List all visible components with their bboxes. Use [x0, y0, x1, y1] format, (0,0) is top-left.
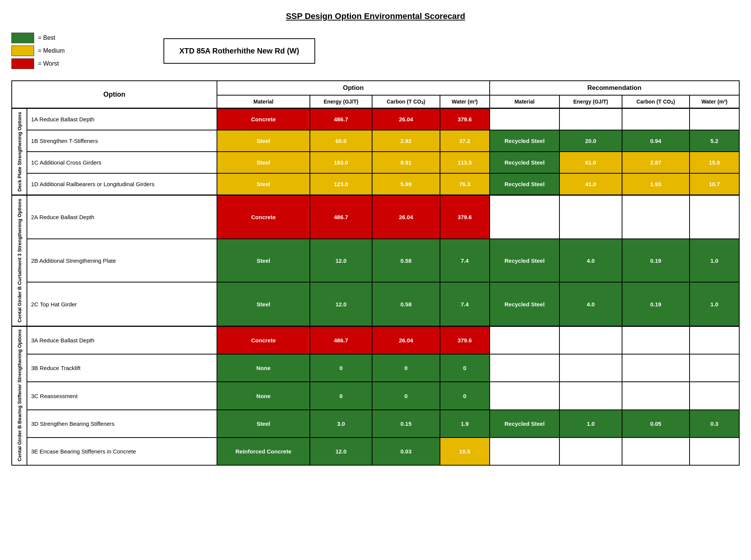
row-label: 3B Reduce Tracklift	[27, 354, 217, 382]
row-label: 2A Reduce Ballast Depth	[27, 195, 217, 239]
rec-cell-2-2-0	[490, 382, 560, 409]
rec-cell-2-4-3	[690, 438, 739, 465]
opt-cell-2-2-3: 0	[440, 382, 490, 409]
opt-cell-1-0-3: 379.6	[440, 195, 490, 239]
rec-carbon-header: Carbon (T CO₂)	[622, 95, 690, 108]
rec-cell-2-1-2	[622, 354, 690, 382]
opt-cell-1-2-1: 12.0	[310, 282, 372, 326]
rec-cell-2-1-3	[690, 354, 739, 382]
legend-worst-label: = Worst	[38, 60, 59, 67]
opt-cell-0-3-2: 5.99	[372, 173, 440, 195]
legend-best-box	[11, 33, 34, 43]
opt-cell-0-2-2: 8.91	[372, 152, 440, 173]
rec-cell-2-0-1	[559, 326, 622, 354]
legend-medium-box	[11, 45, 34, 56]
opt-cell-2-1-1: 0	[310, 354, 372, 382]
opt-cell-0-0-2: 26.04	[372, 108, 440, 130]
rec-cell-2-3-0: Recycled Steel	[490, 410, 560, 438]
opt-cell-2-3-3: 1.9	[440, 410, 490, 438]
opt-cell-2-4-3: 10.5	[440, 438, 490, 465]
opt-cell-2-1-0: None	[217, 354, 310, 382]
opt-cell-1-0-1: 486.7	[310, 195, 372, 239]
opt-cell-0-2-3: 113.5	[440, 152, 490, 173]
opt-cell-2-3-2: 0.15	[372, 410, 440, 438]
opt-cell-1-2-2: 0.58	[372, 282, 440, 326]
rec-cell-1-1-3: 1.0	[690, 239, 739, 282]
opt-cell-0-0-1: 486.7	[310, 108, 372, 130]
opt-cell-2-2-1: 0	[310, 382, 372, 409]
opt-cell-0-3-3: 76.3	[440, 173, 490, 195]
scorecard-table: Option Option Recommendation Material En…	[11, 80, 740, 466]
rec-cell-0-0-3	[690, 108, 739, 130]
rec-cell-0-0-1	[559, 108, 622, 130]
rec-cell-1-0-2	[622, 195, 690, 239]
row-label: 3D Strengthen Bearing Stiffeners	[27, 410, 217, 438]
rec-cell-0-2-1: 61.0	[559, 152, 622, 173]
opt-cell-0-1-1: 60.0	[310, 130, 372, 152]
row-label: 3E Encase Bearing Stiffeners in Concrete	[27, 438, 217, 465]
rec-cell-1-0-0	[490, 195, 560, 239]
opt-cell-1-0-2: 26.04	[372, 195, 440, 239]
rec-cell-1-0-3	[690, 195, 739, 239]
group-label-1: Cental Girder B Curtailment 3 Strengthen…	[12, 195, 27, 326]
rec-cell-0-1-2: 0.94	[622, 130, 690, 152]
recommendation-group-header: Recommendation	[490, 81, 739, 95]
opt-water-header: Water (m³)	[440, 95, 490, 108]
opt-cell-2-4-1: 12.0	[310, 438, 372, 465]
rec-cell-2-4-0	[490, 438, 560, 465]
rec-cell-1-0-1	[559, 195, 622, 239]
legend-worst-box	[11, 58, 34, 69]
opt-material-header: Material	[217, 95, 310, 108]
rec-cell-0-2-0: Recycled Steel	[490, 152, 560, 173]
rec-cell-2-2-1	[559, 382, 622, 409]
opt-cell-0-2-0: Steel	[217, 152, 310, 173]
legend-worst: = Worst	[11, 58, 65, 69]
opt-cell-1-2-0: Steel	[217, 282, 310, 326]
option-group-header: Option	[217, 81, 489, 95]
rec-cell-2-0-2	[622, 326, 690, 354]
opt-carbon-header: Carbon (T CO₂)	[372, 95, 440, 108]
group-label-2: Cental Girder B Bearing Stiffener Streng…	[12, 326, 27, 465]
opt-cell-2-4-0: Reinforced Concrete	[217, 438, 310, 465]
opt-cell-1-1-0: Steel	[217, 239, 310, 282]
rec-cell-0-3-1: 41.0	[559, 173, 622, 195]
opt-cell-2-0-1: 486.7	[310, 326, 372, 354]
opt-cell-2-2-2: 0	[372, 382, 440, 409]
rec-cell-2-1-0	[490, 354, 560, 382]
opt-cell-2-2-0: None	[217, 382, 310, 409]
row-label: 1B Strengthen T-Stiffeners	[27, 130, 217, 152]
opt-cell-0-1-2: 2.92	[372, 130, 440, 152]
rec-cell-0-1-3: 5.2	[690, 130, 739, 152]
legend-best: = Best	[11, 33, 65, 43]
opt-cell-2-1-3: 0	[440, 354, 490, 382]
rec-cell-0-0-2	[622, 108, 690, 130]
rec-cell-1-2-0: Recycled Steel	[490, 282, 560, 326]
opt-cell-0-1-3: 37.2	[440, 130, 490, 152]
opt-cell-0-0-3: 379.6	[440, 108, 490, 130]
rec-water-header: Water (m³)	[690, 95, 739, 108]
option-col-header: Option	[12, 81, 217, 108]
rec-energy-header: Energy (GJ/T)	[559, 95, 622, 108]
rec-material-header: Material	[490, 95, 560, 108]
group-label-0: Deck Plate Strengthening Options	[12, 108, 27, 195]
row-label: 3A Reduce Ballast Depth	[27, 326, 217, 354]
opt-cell-2-0-0: Concrete	[217, 326, 310, 354]
opt-cell-2-4-2: 0.03	[372, 438, 440, 465]
rec-cell-2-0-3	[690, 326, 739, 354]
opt-cell-0-1-0: Steel	[217, 130, 310, 152]
rec-cell-2-4-1	[559, 438, 622, 465]
rec-cell-1-1-1: 4.0	[559, 239, 622, 282]
legend-best-label: = Best	[38, 35, 55, 41]
rec-cell-2-2-3	[690, 382, 739, 409]
row-label: 1A Reduce Ballast Depth	[27, 108, 217, 130]
opt-cell-0-0-0: Concrete	[217, 108, 310, 130]
legend-medium-label: = Medium	[38, 47, 65, 54]
site-label: XTD 85A Rotherhithe New Rd (W)	[163, 38, 315, 64]
rec-cell-1-2-2: 0.19	[622, 282, 690, 326]
opt-cell-0-3-1: 123.0	[310, 173, 372, 195]
opt-cell-1-1-2: 0.58	[372, 239, 440, 282]
row-label: 3C Reassessment	[27, 382, 217, 409]
rec-cell-0-3-2: 1.93	[622, 173, 690, 195]
rec-cell-2-3-2: 0.05	[622, 410, 690, 438]
rec-cell-2-2-2	[622, 382, 690, 409]
